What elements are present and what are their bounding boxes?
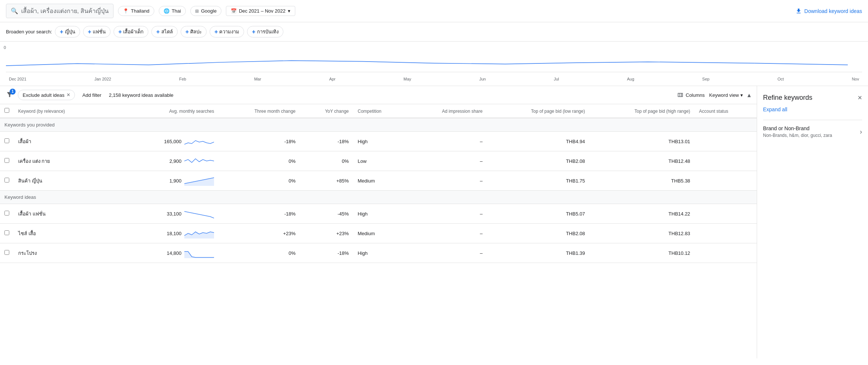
- collapse-button[interactable]: ▴: [747, 91, 751, 99]
- chart-month-0: Dec 2021: [9, 77, 26, 81]
- search-icon: 🔍: [11, 7, 18, 14]
- competition-cell: Medium: [353, 224, 406, 243]
- search-box[interactable]: 🔍 เสื้อผ้า, เครื่องแต่งกาย, สินค้าญี่ปุ่…: [6, 4, 114, 18]
- th-avg-monthly: Avg. monthly searches: [122, 104, 218, 118]
- filter-button[interactable]: 1: [6, 91, 13, 99]
- row-checkbox[interactable]: [4, 178, 9, 182]
- table-area: 1 Exclude adult ideas × Add filter 2,158…: [0, 86, 757, 358]
- top-page-low-cell: THB4.94: [487, 132, 589, 151]
- avg-monthly-value: 14,800: [167, 250, 181, 256]
- chart-month-6: Jun: [479, 77, 486, 81]
- broaden-chip-0[interactable]: + ญี่ปุ่น: [55, 26, 80, 37]
- header: 🔍 เสื้อผ้า, เครื่องแต่งกาย, สินค้าญี่ปุ่…: [0, 0, 868, 22]
- three-month-cell: -18%: [218, 132, 300, 151]
- mini-sparkline: [184, 227, 214, 239]
- chart-month-9: Sep: [702, 77, 710, 81]
- section-label-ideas: Keyword ideas: [0, 191, 757, 204]
- toolbar: 1 Exclude adult ideas × Add filter 2,158…: [0, 86, 757, 104]
- language-filter[interactable]: 🌐 Thai: [159, 6, 186, 16]
- row-checkbox[interactable]: [4, 158, 9, 163]
- chevron-down-icon: ▾: [288, 8, 290, 14]
- exclude-adult-label: Exclude adult ideas: [23, 92, 65, 98]
- broaden-chip-label-5: ความงาม: [219, 28, 239, 36]
- keyword-view-label: Keyword view: [709, 92, 739, 98]
- keyword-cell: เสื้อผ้า: [14, 132, 122, 151]
- keyword-view-button[interactable]: Keyword view ▾: [709, 92, 743, 98]
- refine-panel: Refine keywords × Expand all Brand or No…: [757, 86, 868, 358]
- broaden-chip-4[interactable]: + ศิลปะ: [181, 26, 207, 37]
- yoy-cell: -45%: [300, 204, 353, 224]
- select-all-checkbox[interactable]: [4, 108, 9, 113]
- account-status-cell: [695, 132, 757, 151]
- columns-button[interactable]: Columns: [677, 92, 705, 98]
- close-button[interactable]: ×: [858, 93, 862, 102]
- download-button[interactable]: Download keyword ideas: [795, 8, 862, 14]
- main-layout: 1 Exclude adult ideas × Add filter 2,158…: [0, 86, 868, 358]
- chart-month-10: Oct: [777, 77, 784, 81]
- top-page-high-cell: THB14.22: [589, 204, 695, 224]
- row-checkbox[interactable]: [4, 138, 9, 143]
- three-month-cell: 0%: [218, 171, 300, 191]
- top-page-low-cell: THB2.08: [487, 224, 589, 243]
- broaden-chip-3[interactable]: + สไตล์: [151, 26, 177, 37]
- date-range-filter[interactable]: 📅 Dec 2021 – Nov 2022 ▾: [226, 6, 295, 16]
- chart-month-2: Feb: [179, 77, 186, 81]
- search-query: เสื้อผ้า, เครื่องแต่งกาย, สินค้าญี่ปุ่น: [21, 6, 109, 16]
- chart-month-11: Nov: [852, 77, 859, 81]
- location-filter[interactable]: 📍 Thailand: [118, 6, 154, 16]
- account-status-cell: [695, 243, 757, 263]
- account-status-cell: [695, 171, 757, 191]
- broaden-chip-1[interactable]: + แฟชั่น: [83, 26, 111, 37]
- broaden-chip-5[interactable]: + ความงาม: [210, 26, 244, 37]
- keyword-table: Keyword (by relevance) Avg. monthly sear…: [0, 104, 757, 263]
- row-checkbox[interactable]: [4, 211, 9, 216]
- columns-icon: [677, 92, 684, 98]
- section-label-provided: Keywords you provided: [0, 118, 757, 132]
- broaden-label: Broaden your search:: [6, 29, 52, 34]
- add-filter-button[interactable]: Add filter: [79, 91, 104, 99]
- expand-all-button[interactable]: Expand all: [763, 106, 862, 112]
- chart-month-7: Jul: [554, 77, 559, 81]
- plus-icon-5: +: [214, 29, 218, 35]
- chevron-down-icon[interactable]: ›: [860, 128, 862, 136]
- search-engine-label: Google: [201, 8, 217, 14]
- top-page-low-cell: THB5.07: [487, 204, 589, 224]
- refine-section-titles: Brand or Non-Brand Non-Brands, h&m, dior…: [763, 125, 832, 138]
- ad-impression-cell: –: [407, 243, 487, 263]
- plus-icon-6: +: [252, 29, 255, 35]
- three-month-cell: +23%: [218, 224, 300, 243]
- location-label: Thailand: [131, 8, 149, 14]
- refine-section-title: Brand or Non-Brand: [763, 125, 832, 131]
- exclude-adult-close[interactable]: ×: [67, 92, 70, 98]
- th-ad-impression: Ad impression share: [407, 104, 487, 118]
- account-status-cell: [695, 151, 757, 171]
- chart-month-1: Jan 2022: [94, 77, 111, 81]
- yoy-cell: 0%: [300, 151, 353, 171]
- refine-title: Refine keywords: [763, 94, 812, 102]
- th-checkbox: [0, 104, 14, 118]
- broaden-chip-6[interactable]: + การบันเทิง: [247, 26, 283, 37]
- row-checkbox[interactable]: [4, 230, 9, 235]
- plus-icon-0: +: [60, 29, 63, 35]
- table-row: สินค้า ญี่ปุ่น 1,900 0% +85% Medium: [0, 171, 757, 191]
- search-engine-icon: ⊞: [195, 9, 199, 14]
- plus-icon-1: +: [88, 29, 91, 35]
- toolbar-right: Columns Keyword view ▾ ▴: [677, 91, 751, 99]
- chart-zero-label: 0: [4, 45, 6, 50]
- mini-sparkline: [184, 135, 214, 147]
- th-top-page-high: Top of page bid (high range): [589, 104, 695, 118]
- chart-month-8: Aug: [627, 77, 634, 81]
- three-month-cell: 0%: [218, 243, 300, 263]
- broaden-chip-2[interactable]: + เสื้อผ้าเด็ก: [114, 26, 148, 37]
- date-range-label: Dec 2021 – Nov 2022: [239, 8, 286, 14]
- three-month-cell: -18%: [218, 204, 300, 224]
- calendar-icon: 📅: [231, 8, 237, 14]
- competition-cell: High: [353, 204, 406, 224]
- row-checkbox[interactable]: [4, 250, 9, 255]
- broaden-section: Broaden your search: + ญี่ปุ่น + แฟชั่น …: [0, 22, 868, 42]
- chart-month-3: Mar: [254, 77, 261, 81]
- avg-monthly-value: 33,100: [167, 211, 181, 217]
- ad-impression-cell: –: [407, 132, 487, 151]
- search-engine-filter[interactable]: ⊞ Google: [190, 6, 221, 16]
- account-status-cell: [695, 224, 757, 243]
